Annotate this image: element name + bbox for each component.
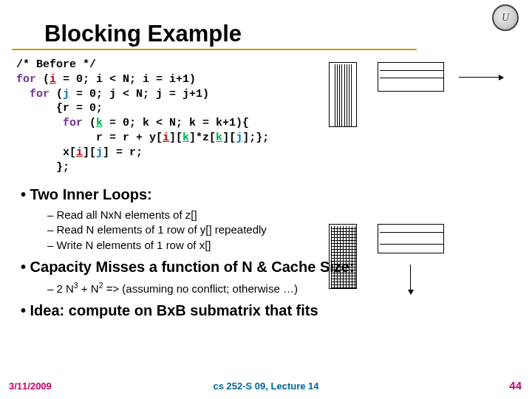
sub-bullet: Read N elements of 1 row of y[] repeated… bbox=[47, 222, 355, 237]
code-line: {r = 0; bbox=[16, 102, 103, 115]
bullet-list: Two Inner Loops: Read all NxN elements o… bbox=[21, 186, 355, 324]
university-seal-logo: U bbox=[492, 4, 519, 31]
matrix-y-inner bbox=[378, 224, 444, 253]
kw-for: for bbox=[16, 117, 83, 129]
matrix-y-outer bbox=[378, 62, 444, 92]
idx-i: i bbox=[50, 73, 56, 86]
arrow-right-icon bbox=[459, 77, 503, 78]
kw-for: for bbox=[16, 88, 50, 100]
code-line: /* Before */ bbox=[16, 58, 96, 71]
y-row bbox=[380, 244, 443, 245]
y-row bbox=[380, 78, 443, 78]
z-column bbox=[335, 64, 342, 126]
title-underline bbox=[12, 49, 417, 50]
code-line: }; bbox=[16, 161, 69, 174]
sub-bullet: Read all NxN elements of z[] bbox=[47, 208, 355, 222]
access-pattern-diagrams bbox=[329, 58, 514, 183]
y-row bbox=[380, 232, 443, 233]
footer-course: cs 252-S 09, Lecture 14 bbox=[0, 381, 532, 392]
kw-for: for bbox=[16, 73, 36, 86]
sub-bullet: Write N elements of 1 row of x[] bbox=[47, 238, 355, 253]
matrix-z-outer bbox=[329, 62, 357, 127]
sub-bullet: 2 N3 + N2 => (assuming no conflict; othe… bbox=[47, 280, 355, 296]
bullet-two-inner-loops: Two Inner Loops: bbox=[21, 186, 355, 203]
code-block: /* Before */ for (i = 0; i < N; i = i+1)… bbox=[16, 58, 269, 174]
slide-title: Blocking Example bbox=[44, 21, 242, 47]
z-column bbox=[344, 64, 352, 126]
arrow-down-icon bbox=[410, 265, 411, 294]
bullet-idea: Idea: compute on BxB submatrix that fits bbox=[21, 302, 355, 319]
idx-j: j bbox=[63, 88, 69, 100]
bullet-capacity-misses: Capacity Misses a function of N & Cache … bbox=[21, 259, 355, 276]
footer-page-number: 44 bbox=[509, 379, 522, 392]
idx-k: k bbox=[96, 117, 103, 129]
y-row bbox=[380, 70, 443, 71]
